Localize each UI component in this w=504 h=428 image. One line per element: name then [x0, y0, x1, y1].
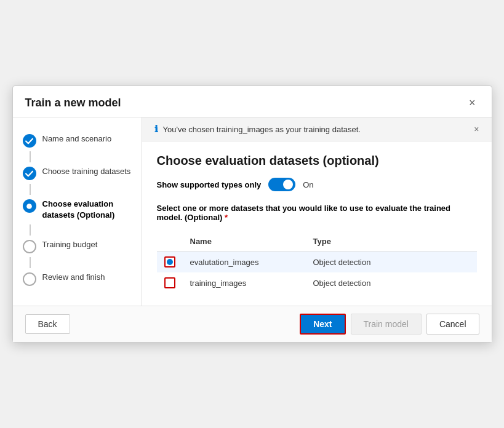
- step-connector-2: [30, 184, 31, 195]
- next-button[interactable]: Next: [300, 314, 345, 335]
- toggle-label: Show supported types only: [157, 180, 262, 189]
- main-content: ℹ You've chosen training_images as your …: [142, 117, 492, 306]
- step-label-name-scenario: Name and scenario: [42, 133, 112, 145]
- sidebar-item-choose-evaluation[interactable]: Choose evaluation datasets (Optional): [13, 195, 142, 224]
- row-2-checkbox-cell: [157, 272, 183, 293]
- info-icon: ℹ: [154, 124, 158, 135]
- info-banner-text: You've chosen training_images as your tr…: [163, 125, 361, 134]
- train-model-modal: Train a new model × Name and scenario: [12, 85, 492, 343]
- sidebar-item-review-finish[interactable]: Review and finish: [13, 268, 142, 290]
- row-1-name: evalutation_images: [183, 252, 306, 273]
- modal-body: Name and scenario Choose training datase…: [13, 117, 492, 306]
- banner-close-button[interactable]: ×: [474, 124, 479, 134]
- step-label-review-finish: Review and finish: [42, 272, 105, 283]
- modal-close-button[interactable]: ×: [465, 96, 479, 109]
- table-header-row: Name Type: [157, 232, 477, 252]
- th-checkbox: [157, 232, 183, 252]
- table-row[interactable]: evalutation_images Object detection: [157, 252, 477, 273]
- content-main: Choose evaluation datasets (optional) Sh…: [142, 141, 492, 306]
- modal-footer: Back Next Train model Cancel: [13, 306, 492, 342]
- footer-right: Next Train model Cancel: [300, 314, 479, 335]
- toggle-row: Show supported types only On: [157, 178, 477, 191]
- table-row[interactable]: training_images Object detection: [157, 272, 477, 293]
- sidebar-item-training-budget[interactable]: Training budget: [13, 236, 142, 257]
- toggle-on-label: On: [303, 180, 313, 189]
- row-2-checkbox[interactable]: [164, 277, 175, 288]
- th-name: Name: [183, 232, 306, 252]
- info-banner-left: ℹ You've chosen training_images as your …: [154, 124, 361, 135]
- row-1-type: Object detection: [306, 252, 477, 273]
- row-2-name: training_images: [183, 272, 306, 293]
- sidebar-item-choose-training[interactable]: Choose training datasets: [13, 162, 142, 184]
- step-connector-3: [30, 224, 31, 236]
- svg-point-0: [26, 204, 32, 209]
- step-icon-training-budget: [23, 240, 36, 253]
- step-label-choose-training: Choose training datasets: [42, 166, 131, 177]
- toggle-switch[interactable]: [268, 178, 295, 191]
- step-connector-1: [30, 151, 31, 162]
- row-2-type: Object detection: [306, 272, 477, 293]
- step-icon-choose-evaluation: [23, 199, 36, 213]
- select-description: Select one or more datasets that you wou…: [157, 204, 477, 222]
- sidebar-item-name-scenario[interactable]: Name and scenario: [13, 130, 142, 151]
- footer-left: Back: [25, 314, 70, 334]
- step-icon-choose-training: [23, 167, 36, 180]
- step-label-choose-evaluation: Choose evaluation datasets (Optional): [42, 199, 132, 221]
- th-type: Type: [306, 232, 477, 252]
- sidebar: Name and scenario Choose training datase…: [13, 117, 142, 306]
- cancel-button[interactable]: Cancel: [426, 314, 479, 335]
- section-title: Choose evaluation datasets (optional): [157, 154, 477, 168]
- step-label-training-budget: Training budget: [42, 239, 98, 250]
- step-connector-4: [30, 257, 31, 268]
- row-1-checkbox[interactable]: [164, 256, 175, 268]
- modal-header: Train a new model ×: [13, 86, 492, 117]
- info-banner: ℹ You've chosen training_images as your …: [142, 117, 492, 141]
- dataset-table: Name Type evalutation_images Obje: [157, 232, 477, 293]
- step-icon-name-scenario: [23, 134, 36, 148]
- train-model-button: Train model: [351, 314, 422, 335]
- row-1-checkbox-cell: [157, 252, 183, 273]
- step-icon-review-finish: [23, 272, 36, 286]
- required-marker: *: [225, 213, 228, 222]
- back-button[interactable]: Back: [25, 314, 70, 334]
- modal-title: Train a new model: [25, 97, 121, 109]
